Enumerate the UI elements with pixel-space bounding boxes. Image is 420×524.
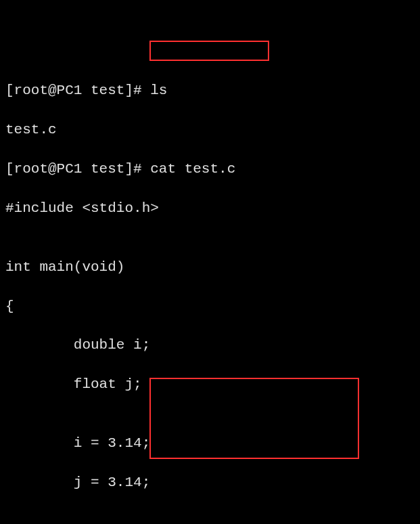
terminal-output: test.c	[5, 121, 415, 140]
terminal-line: [root@PC1 test]# ls	[5, 81, 415, 101]
source-line: i = 3.14;	[5, 434, 415, 454]
terminal-line: [root@PC1 test]# cat test.c	[5, 160, 415, 179]
source-line: double i;	[5, 336, 415, 355]
source-line: j = 3.14;	[5, 473, 415, 493]
highlight-box	[149, 41, 269, 61]
command: ls	[150, 83, 167, 98]
prompt: [root@PC1 test]#	[5, 83, 150, 98]
source-line: #include <stdio.h>	[5, 199, 415, 219]
source-line: int main(void)	[5, 258, 415, 278]
prompt: [root@PC1 test]#	[5, 161, 150, 177]
command: cat test.c	[150, 161, 235, 177]
source-line: float j;	[5, 375, 415, 395]
source-line: {	[5, 297, 415, 317]
